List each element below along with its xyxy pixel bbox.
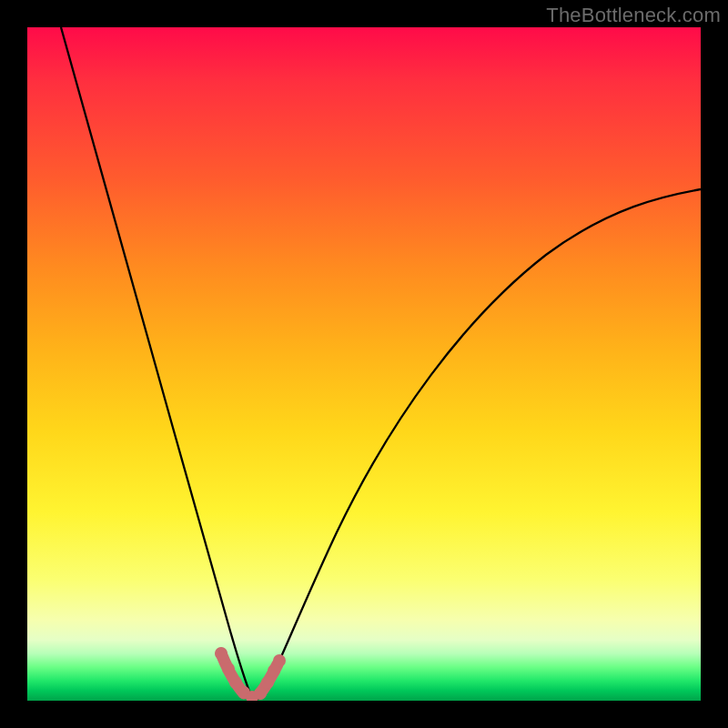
curve-layer [27,27,701,701]
outer-frame: TheBottleneck.com [0,0,728,728]
svg-point-0 [215,647,228,660]
svg-point-1 [222,662,235,675]
watermark-text: TheBottleneck.com [546,4,721,27]
svg-point-6 [261,676,274,689]
highlight-dots [215,647,286,701]
svg-point-8 [273,654,286,667]
main-curve [61,27,701,699]
plot-area [27,27,701,701]
svg-point-2 [229,676,242,689]
svg-point-5 [254,687,267,700]
